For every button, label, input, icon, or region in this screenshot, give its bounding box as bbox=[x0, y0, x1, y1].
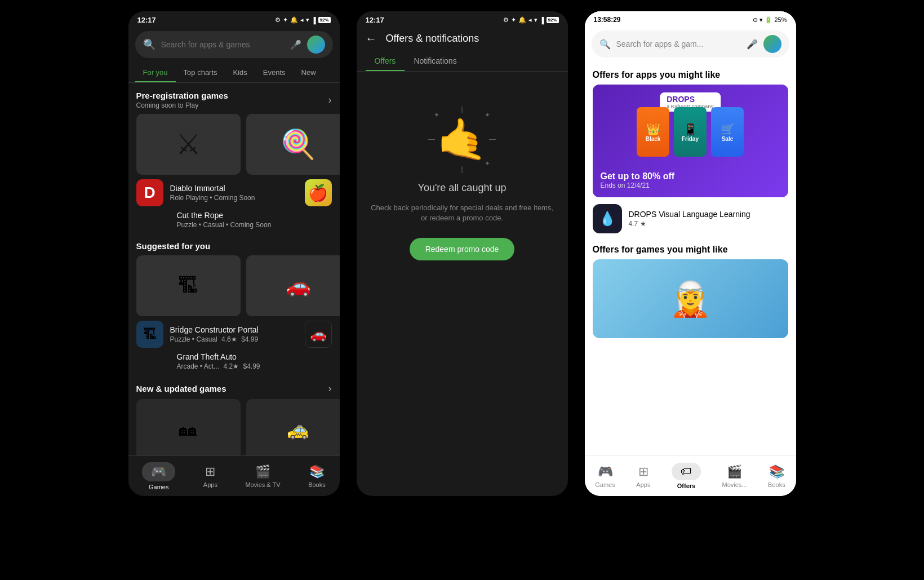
gta-meta: Arcade • Act... 4.2★ $4.99 bbox=[177, 362, 332, 370]
drops-offer-text: Get up to 80% off bbox=[601, 171, 780, 181]
cut-rope-meta: Puzzle • Casual • Coming Soon bbox=[177, 221, 332, 229]
drops-app-info: DROPS Visual Language Learning 4.7 ★ bbox=[629, 210, 788, 228]
new-updated-title: New & updated games bbox=[136, 384, 226, 393]
tab-events[interactable]: Events bbox=[255, 63, 294, 82]
mic-icon-3[interactable]: 🎤 bbox=[747, 39, 758, 50]
caught-up-text: Check back periodically for special deal… bbox=[368, 203, 557, 223]
tab-kids[interactable]: Kids bbox=[225, 63, 255, 82]
game-card-diablo[interactable]: ⚔ bbox=[136, 114, 241, 175]
p3-games-nav-label: Games bbox=[595, 481, 615, 488]
search-input-1[interactable] bbox=[161, 40, 285, 49]
nav-games[interactable]: 🎮 Games bbox=[142, 462, 175, 490]
diablo-info: Diablo Immortal Role Playing • Coming So… bbox=[170, 184, 298, 202]
drops-app-icon: 💧 bbox=[593, 204, 622, 233]
p3-nav-games[interactable]: 🎮 Games bbox=[595, 464, 615, 488]
status-icons-1: ⚙ ✦ 🔔 ◂ ▾ ▐ 92% bbox=[275, 16, 331, 24]
p3-nav-apps[interactable]: ⊞ Apps bbox=[636, 464, 650, 488]
p3-apps-nav-label: Apps bbox=[636, 481, 650, 488]
suggested-title: Suggested for you bbox=[136, 241, 211, 251]
books-nav-icon: 📚 bbox=[309, 464, 325, 479]
gta-title: Grand Theft Auto bbox=[177, 352, 332, 361]
genshin-banner[interactable]: 🧝 bbox=[593, 259, 788, 338]
battery-2: 92% bbox=[547, 17, 559, 23]
avatar-1[interactable] bbox=[307, 36, 325, 54]
offers-header-title: Offers & notifications bbox=[386, 33, 479, 45]
cut-rope-title: Cut the Rope bbox=[177, 211, 332, 220]
nav-movies[interactable]: 🎬 Movies & TV bbox=[245, 464, 280, 488]
avatar-3[interactable] bbox=[763, 35, 781, 53]
search-icon: 🔍 bbox=[143, 38, 156, 51]
status-icons-2: ⚙ ✦ 🔔 ◂ ▾ ▐ 92% bbox=[503, 16, 559, 24]
books-nav-label: Books bbox=[308, 481, 326, 488]
phone-2: 12:17 ⚙ ✦ 🔔 ◂ ▾ ▐ 92% ← Offers & notific… bbox=[357, 11, 568, 496]
p3-offers-nav-icon: 🏷 bbox=[672, 463, 701, 480]
game-card-cut-rope[interactable]: 🍭 bbox=[246, 114, 340, 175]
tab-for-you[interactable]: For you bbox=[135, 63, 176, 82]
p3-books-nav-icon: 📚 bbox=[769, 464, 784, 479]
tab-new[interactable]: New bbox=[294, 63, 324, 82]
offers-tab[interactable]: Offers bbox=[366, 51, 405, 71]
battery-1: 92% bbox=[318, 17, 331, 23]
diablo-icon: D bbox=[136, 179, 163, 206]
preregistration-subtitle: Coming soon to Play bbox=[136, 101, 228, 109]
apps-nav-icon: ⊞ bbox=[205, 464, 215, 479]
tab-top-charts[interactable]: Top charts bbox=[176, 63, 225, 82]
content-1: Pre-registration games Coming soon to Pl… bbox=[128, 83, 340, 477]
cut-rope-list-item[interactable]: Cut the Rope Puzzle • Casual • Coming So… bbox=[169, 211, 340, 233]
diablo-thumb: ⚔ bbox=[136, 114, 241, 175]
bridge-icon: 🏗 bbox=[136, 321, 163, 348]
notifications-tab[interactable]: Notifications bbox=[405, 51, 465, 71]
sparkle-top: | bbox=[461, 105, 463, 113]
new-game-2[interactable]: 🚕 bbox=[246, 399, 340, 460]
nav-apps[interactable]: ⊞ Apps bbox=[203, 464, 217, 488]
cut-rope-thumb: 🍭 bbox=[246, 114, 340, 175]
status-icons-3: ⊖ ▾ 🔋 25% bbox=[753, 16, 787, 24]
nav-tabs-1: For you Top charts Kids Events New bbox=[128, 63, 340, 83]
gta-icon: 🚗 bbox=[305, 321, 332, 348]
diablo-list-item[interactable]: D Diablo Immortal Role Playing • Coming … bbox=[128, 175, 340, 211]
suggested-header: Suggested for you bbox=[128, 233, 340, 255]
caught-up-icon-container: | — | — ✦ ✦ ✦ 🤙 bbox=[428, 105, 496, 173]
sparkle-bottom: | bbox=[461, 165, 463, 173]
status-bar-1: 12:17 ⚙ ✦ 🔔 ◂ ▾ ▐ 92% bbox=[128, 11, 340, 26]
new-game-1[interactable]: 🏘 bbox=[136, 399, 241, 460]
suggested-games-scroll: 🏗 🚗 bbox=[128, 255, 340, 316]
preregistration-games-scroll: ⚔ 🍭 bbox=[128, 114, 340, 175]
bridge-list-item[interactable]: 🏗 Bridge Constructor Portal Puzzle • Cas… bbox=[128, 316, 340, 352]
phone-1: 12:17 ⚙ ✦ 🔔 ◂ ▾ ▐ 92% 🔍 🎤 For you Top ch… bbox=[128, 11, 340, 496]
new-updated-header: New & updated games › bbox=[128, 375, 340, 399]
diablo-meta: Role Playing • Coming Soon bbox=[170, 194, 298, 202]
offers-apps-title: Offers for apps you might like bbox=[585, 62, 796, 85]
p3-movies-nav-label: Movies... bbox=[722, 481, 747, 488]
drops-banner[interactable]: DROPS a Kahoot! company 👑 Black 📱 Friday bbox=[593, 85, 788, 197]
drops-ends-text: Ends on 12/4/21 bbox=[601, 181, 780, 189]
search-bar-1[interactable]: 🔍 🎤 bbox=[135, 31, 333, 58]
p3-nav-books[interactable]: 📚 Books bbox=[768, 464, 785, 488]
search-icon-3: 🔍 bbox=[599, 39, 611, 50]
search-bar-3[interactable]: 🔍 Search for apps & gam... 🎤 bbox=[592, 30, 789, 57]
preregistration-arrow-icon[interactable]: › bbox=[328, 94, 332, 106]
sparkle-tr: ✦ bbox=[485, 111, 490, 119]
p3-nav-movies[interactable]: 🎬 Movies... bbox=[722, 464, 747, 488]
back-button[interactable]: ← bbox=[366, 32, 377, 45]
drops-card-sale: 🛒 Sale bbox=[711, 107, 744, 157]
drops-app-name: DROPS Visual Language Learning bbox=[629, 210, 788, 219]
p3-nav-offers[interactable]: 🏷 Offers bbox=[672, 463, 701, 489]
drops-cards: 👑 Black 📱 Friday 🛒 Sale bbox=[637, 107, 744, 157]
status-time-2: 12:17 bbox=[366, 16, 384, 24]
drops-card-black: 👑 Black bbox=[637, 107, 669, 157]
new-updated-arrow-icon[interactable]: › bbox=[328, 383, 332, 395]
offers-games-title: Offers for games you might like bbox=[585, 240, 796, 259]
movies-nav-label: Movies & TV bbox=[245, 481, 280, 488]
bridge-title: Bridge Constructor Portal bbox=[170, 325, 298, 334]
redeem-promo-button[interactable]: Redeem promo code bbox=[410, 238, 515, 260]
bridge-card[interactable]: 🏗 bbox=[136, 255, 241, 316]
genshin-character-icon: 🧝 bbox=[669, 279, 712, 319]
offers-notifications-tabs: Offers Notifications bbox=[357, 51, 568, 72]
drops-app-row[interactable]: 💧 DROPS Visual Language Learning 4.7 ★ bbox=[585, 197, 796, 240]
mic-icon-1[interactable]: 🎤 bbox=[290, 39, 301, 50]
nav-books[interactable]: 📚 Books bbox=[308, 464, 326, 488]
bottom-nav-3: 🎮 Games ⊞ Apps 🏷 Offers 🎬 Movies... 📚 Bo… bbox=[585, 455, 796, 496]
search-placeholder-3: Search for apps & gam... bbox=[616, 39, 741, 48]
gta-card[interactable]: 🚗 bbox=[246, 255, 340, 316]
